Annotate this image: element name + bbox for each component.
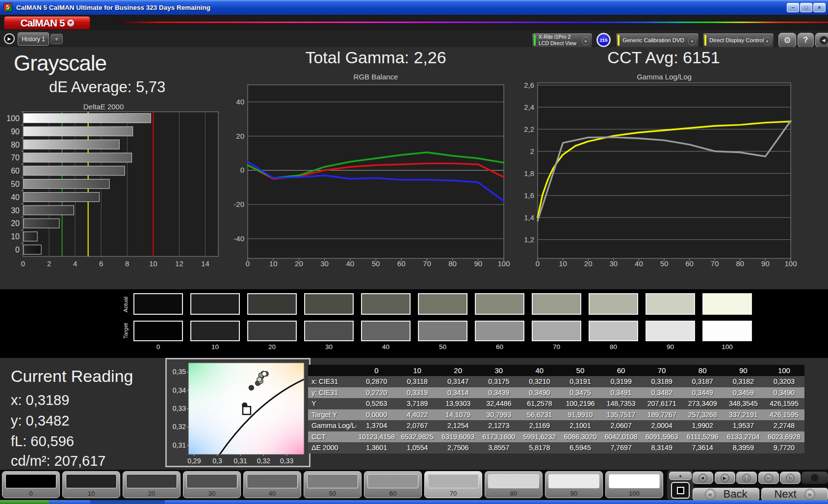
refresh-button[interactable]: ↻ <box>780 472 801 484</box>
pattern-tile-20[interactable]: 20 <box>123 471 181 498</box>
table-cell: 6133,2704 <box>723 431 764 443</box>
meter-dropdown[interactable]: X-Rite i1Pro 2 LCD Direct View ▼ <box>532 33 593 48</box>
pattern-tile-30[interactable]: 30 <box>183 471 241 498</box>
target-swatch-90 <box>646 321 695 341</box>
table-cell: 1,9537 <box>723 420 764 431</box>
play-button[interactable]: ▶ <box>715 472 735 484</box>
frame-button[interactable]: [·] <box>736 472 757 484</box>
swatch-level-label: 20 <box>247 343 297 351</box>
reading-x: x: 0,3189 <box>11 392 69 408</box>
bar-90 <box>24 126 133 136</box>
pattern-tile-label: 40 <box>244 490 301 497</box>
minimize-button[interactable]: – <box>787 3 799 12</box>
meter-count-badge[interactable]: 215 <box>596 33 611 47</box>
tick-label: 70 <box>423 259 431 268</box>
display-control-dropdown[interactable]: Direct Display Control ▼ <box>702 33 774 48</box>
row-label: Gamma Log/Log <box>308 420 356 431</box>
next-button[interactable]: Next » <box>761 488 828 501</box>
logo-text: CalMAN <box>20 17 57 29</box>
table-header-row: 0102030405060708090100 <box>308 365 804 376</box>
actual-swatch-100 <box>702 293 752 315</box>
tick-label: 30 <box>11 206 20 215</box>
table-cell: 207,6171 <box>642 398 682 409</box>
collapse-toolbar-button[interactable]: ◀ <box>815 33 828 48</box>
expand-nav-button[interactable]: ▶ <box>4 33 15 44</box>
window-pattern-button[interactable] <box>671 482 690 499</box>
table-header-cell: 50 <box>560 365 600 376</box>
start-button[interactable] <box>0 500 49 504</box>
table-header-cell: 40 <box>519 365 560 376</box>
tick-label: 1,2 <box>524 235 534 244</box>
pattern-tile-70[interactable]: 70 <box>424 471 482 498</box>
back-button[interactable]: « Back <box>693 488 759 501</box>
pattern-tile-10[interactable]: 10 <box>62 471 120 498</box>
tick-label: 40 <box>346 259 354 268</box>
pattern-tile-0[interactable]: 0 <box>2 471 60 498</box>
tick-label: 2 <box>47 259 51 268</box>
table-cell: 2,1001 <box>560 420 600 431</box>
taskbar-task[interactable] <box>90 500 165 504</box>
pattern-tile-100[interactable]: 100 <box>605 471 663 498</box>
table-cell: 6532,9825 <box>397 431 438 443</box>
pattern-tile-label: 80 <box>485 490 542 497</box>
tick-label: 30 <box>320 259 329 268</box>
pattern-tile-50[interactable]: 50 <box>304 471 362 498</box>
tick-label: 0,3 <box>212 457 222 465</box>
tick-label: 100 <box>784 259 797 268</box>
target-swatch-10 <box>190 321 240 341</box>
settings-button[interactable]: ⚙ <box>778 33 796 48</box>
table-header-cell: 10 <box>397 365 438 376</box>
table-cell: 0,3175 <box>478 376 519 387</box>
bar-70 <box>24 153 132 162</box>
target-swatch-40 <box>361 321 411 341</box>
pattern-up-button[interactable]: ▲ <box>669 472 692 480</box>
blank-circle-icon <box>810 474 819 482</box>
tick-label: 0,31 <box>234 457 247 465</box>
add-tab-button[interactable]: + <box>51 34 63 44</box>
table-cell: 32,4486 <box>478 398 519 409</box>
tick-label: 12 <box>175 259 183 268</box>
meter-status-bar <box>534 35 536 46</box>
table-row: Target Y0,00004,402214,107930,799356,623… <box>308 409 804 421</box>
row-label: ΔE 2000 <box>308 442 356 454</box>
tick-label: 80 <box>736 259 744 268</box>
pattern-bar: ▲ « Back Next » 0102030405060708090100■▶… <box>0 470 828 500</box>
tick-label: 1,4 <box>524 213 534 222</box>
help-button[interactable]: ? <box>798 33 814 48</box>
reading-cdm2: cd/m²: 207,617 <box>11 453 105 469</box>
table-cell: 0,3182 <box>723 376 764 387</box>
frame-icon: [·] <box>742 474 751 482</box>
actual-swatch-0 <box>133 293 183 315</box>
bar-20 <box>24 219 59 228</box>
pattern-tile-40[interactable]: 40 <box>243 471 301 498</box>
tick-label: 8 <box>125 259 129 268</box>
pattern-tile-60[interactable]: 60 <box>364 471 422 498</box>
logo-number: 5 <box>59 17 65 29</box>
actual-swatch-80 <box>589 293 638 315</box>
pattern-tile-90[interactable]: 90 <box>545 471 603 498</box>
table-cell: 0,3490 <box>764 387 804 399</box>
actual-row-label: Actual <box>123 290 129 319</box>
tab-history-1[interactable]: History 1 <box>18 32 49 46</box>
calman-logo-button[interactable]: CalMAN5 <box>4 16 90 29</box>
table-row: Gamma Log/Log1,37042,07672,12542,12732,1… <box>308 420 804 431</box>
chevrons-right-icon: » <box>804 489 815 500</box>
loop-button[interactable]: ∞ <box>758 472 779 484</box>
bar-40 <box>24 192 99 202</box>
pattern-tile-80[interactable]: 80 <box>485 471 543 498</box>
swatch-level-label: 90 <box>646 343 695 351</box>
logo-dropdown-icon[interactable] <box>67 20 74 26</box>
table-cell: 2,0004 <box>642 420 682 431</box>
source-dropdown[interactable]: Generic Calibration DVD ▼ <box>616 33 699 48</box>
stop-button[interactable]: ■ <box>693 472 713 484</box>
table-cell: 0,3439 <box>478 387 519 399</box>
windows-taskbar[interactable] <box>0 500 828 504</box>
close-button[interactable]: × <box>813 3 826 12</box>
tick-label: 50 <box>660 259 669 268</box>
pattern-swatch <box>247 474 298 488</box>
tick-label: 60 <box>397 259 406 268</box>
tick-label: 0,35 <box>173 368 186 376</box>
table-cell: 6086,3020 <box>560 431 600 443</box>
restore-button[interactable]: □ <box>800 3 812 12</box>
table-cell: 0,2720 <box>356 387 397 399</box>
